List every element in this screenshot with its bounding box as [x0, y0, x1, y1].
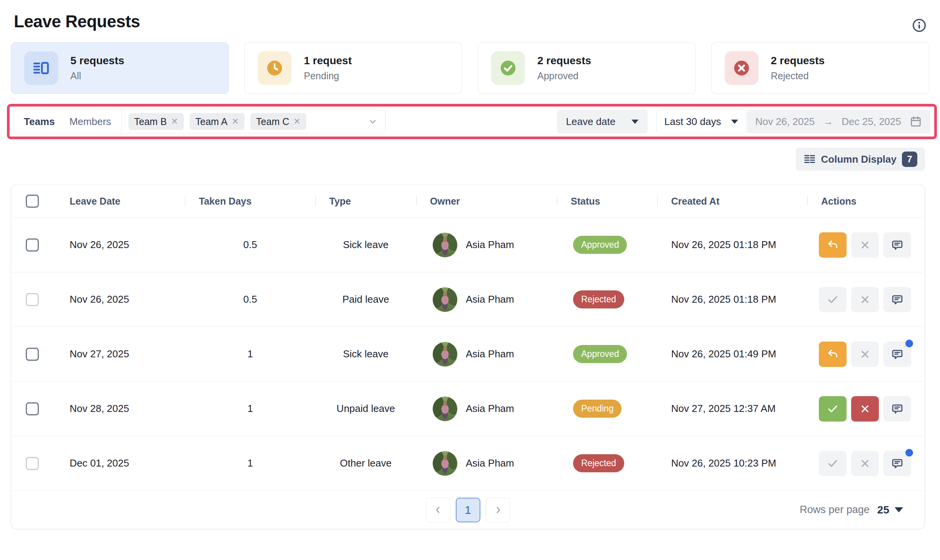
- approve-button[interactable]: [819, 451, 847, 476]
- summary-card-rejected[interactable]: 2 requests Rejected: [711, 42, 929, 94]
- page-header: Leave Requests: [0, 0, 940, 32]
- team-chip: Team B ✕: [128, 113, 184, 130]
- row-checkbox[interactable]: [26, 293, 39, 306]
- column-header-created-at: Created At: [657, 185, 807, 217]
- type-cell: Unpaid leave: [315, 382, 416, 436]
- row-checkbox[interactable]: [26, 348, 39, 361]
- undo-icon: [827, 348, 839, 360]
- column-display-button[interactable]: Column Display 7: [796, 148, 925, 171]
- summary-card-all[interactable]: 5 requests All: [11, 42, 229, 94]
- avatar: [433, 233, 457, 257]
- summary-card-approved[interactable]: 2 requests Approved: [478, 42, 696, 94]
- avatar: [433, 397, 457, 421]
- owner-cell: Asia Pham: [416, 382, 557, 436]
- x-icon: [859, 293, 871, 306]
- select-all-checkbox[interactable]: [26, 195, 39, 208]
- card-label: Approved: [537, 70, 591, 82]
- date-field-select[interactable]: Leave date: [557, 110, 648, 133]
- caret-down-icon: [632, 120, 638, 124]
- date-preset-label: Last 30 days: [664, 116, 721, 128]
- comment-icon: [891, 239, 903, 251]
- taken-days-cell: 0.5: [185, 218, 315, 272]
- actions-cell: [807, 272, 925, 327]
- rows-per-page-value: 25: [877, 504, 889, 516]
- row-checkbox[interactable]: [26, 457, 39, 470]
- reject-button[interactable]: [851, 287, 879, 312]
- chip-label: Team B: [134, 116, 167, 127]
- chevron-down-icon[interactable]: [367, 116, 378, 127]
- comment-button[interactable]: [883, 396, 911, 422]
- chip-label: Team C: [256, 116, 289, 127]
- approve-button[interactable]: [819, 396, 847, 422]
- summary-card-pending[interactable]: 1 request Pending: [244, 42, 462, 94]
- avatar: [433, 342, 457, 367]
- undo-button[interactable]: [819, 232, 847, 258]
- approve-button[interactable]: [819, 287, 847, 312]
- caret-down-icon: [895, 507, 903, 512]
- card-count: 5 requests: [70, 55, 124, 67]
- card-label: Rejected: [771, 70, 825, 82]
- owner-name: Asia Pham: [466, 403, 514, 415]
- avatar: [433, 287, 457, 312]
- tab-teams[interactable]: Teams: [24, 116, 55, 128]
- prev-page-button[interactable]: [426, 498, 450, 522]
- x-icon: [859, 239, 871, 251]
- remove-chip-icon[interactable]: ✕: [293, 117, 300, 127]
- comment-button[interactable]: [883, 232, 911, 258]
- date-range-end: Dec 25, 2025: [842, 116, 901, 128]
- card-label: All: [70, 70, 124, 82]
- page-1-button[interactable]: 1: [456, 498, 480, 522]
- comment-button[interactable]: [883, 451, 911, 476]
- reject-button[interactable]: [851, 232, 879, 258]
- status-cell: Approved: [557, 327, 657, 381]
- card-count: 2 requests: [771, 55, 825, 67]
- date-preset-select[interactable]: Last 30 days: [656, 110, 746, 133]
- card-label: Pending: [304, 70, 352, 82]
- tab-members[interactable]: Members: [69, 116, 111, 128]
- row-checkbox[interactable]: [26, 238, 39, 252]
- comment-icon: [891, 348, 903, 360]
- x-icon: [859, 403, 871, 415]
- chevron-right-icon: [493, 505, 503, 515]
- undo-button[interactable]: [819, 342, 847, 367]
- created-at-cell: Nov 26, 2025 01:49 PM: [657, 327, 807, 381]
- team-chip: Team A ✕: [190, 113, 245, 130]
- status-cell: Rejected: [557, 272, 657, 327]
- remove-chip-icon[interactable]: ✕: [232, 117, 238, 127]
- comment-button[interactable]: [883, 287, 911, 312]
- status-badge: Approved: [573, 345, 627, 363]
- table-row: Nov 28, 20251Unpaid leaveAsia PhamPendin…: [11, 381, 925, 436]
- columns-icon: [803, 153, 816, 165]
- reject-button[interactable]: [851, 451, 879, 476]
- taken-days-cell: 0.5: [185, 272, 315, 327]
- calendar-icon: [910, 115, 922, 128]
- rows-per-page-select[interactable]: 25: [877, 504, 903, 516]
- row-checkbox-cell: [11, 382, 53, 436]
- date-range-input[interactable]: Nov 26, 2025 → Dec 25, 2025: [747, 110, 930, 133]
- notification-dot: [905, 340, 913, 347]
- remove-chip-icon[interactable]: ✕: [171, 117, 178, 127]
- next-page-button[interactable]: [486, 498, 510, 522]
- created-at-cell: Nov 27, 2025 12:37 AM: [657, 382, 807, 436]
- rows-per-page-label: Rows per page: [800, 504, 870, 516]
- type-cell: Sick leave: [315, 327, 416, 381]
- actions-cell: [807, 327, 925, 381]
- reject-button[interactable]: [851, 396, 879, 422]
- info-button[interactable]: [912, 18, 927, 33]
- created-at-cell: Nov 26, 2025 10:23 PM: [657, 436, 807, 490]
- summary-cards: 5 requests All 1 request Pending 2 reque…: [11, 42, 929, 94]
- owner-cell: Asia Pham: [416, 272, 557, 327]
- type-cell: Other leave: [315, 436, 416, 490]
- filter-bar: Teams Members Team B ✕ Team A ✕ Team C ✕: [13, 109, 930, 134]
- comment-button[interactable]: [883, 342, 911, 367]
- reject-button[interactable]: [851, 342, 879, 367]
- team-chip: Team C ✕: [250, 113, 307, 130]
- table-row: Nov 26, 20250.5Paid leaveAsia PhamReject…: [11, 272, 925, 327]
- undo-icon: [827, 239, 839, 251]
- row-checkbox[interactable]: [26, 402, 39, 415]
- status-badge: Approved: [573, 236, 627, 254]
- owner-cell: Asia Pham: [416, 327, 557, 381]
- owner-name: Asia Pham: [466, 348, 514, 360]
- created-at-cell: Nov 26, 2025 01:18 PM: [657, 218, 807, 272]
- owner-cell: Asia Pham: [416, 218, 557, 272]
